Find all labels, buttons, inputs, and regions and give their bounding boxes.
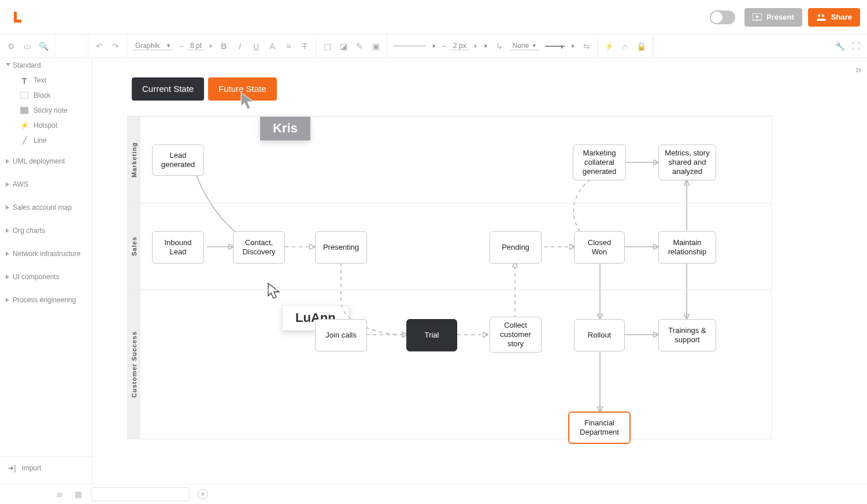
swap-ends-icon[interactable]: ⇆	[581, 41, 592, 51]
sidebar-section-network[interactable]: Network infrastructure	[0, 246, 92, 261]
magnet-icon[interactable]: ∩	[620, 41, 631, 51]
shapes-sidebar: Standard T Text Block Sticky note ⚡ Hots…	[0, 58, 92, 484]
line-icon: ╱	[20, 136, 29, 145]
align-icon[interactable]: ≡	[283, 41, 294, 51]
search-icon[interactable]: 🔍	[38, 41, 49, 51]
shape-item-label: Block	[34, 91, 50, 99]
redo-icon[interactable]: ↷	[110, 41, 121, 51]
canvas[interactable]: » Current State Future State Kris LuAnn	[92, 58, 867, 484]
bolt-icon[interactable]: ⚡	[604, 41, 614, 51]
italic-icon[interactable]: I	[235, 41, 245, 51]
line-end-select[interactable]: None ▼	[510, 42, 539, 50]
minus-icon[interactable]: −	[442, 42, 446, 50]
node-join-calls[interactable]: Join calls	[315, 319, 367, 351]
gear-icon[interactable]: ⚙	[6, 41, 16, 51]
page-bar: ≣ ▦ +	[0, 484, 867, 504]
import-button[interactable]: ➜] Import	[0, 456, 92, 479]
node-presenting[interactable]: Presenting	[315, 231, 367, 264]
hotspot-icon: ⚡	[20, 121, 29, 130]
bold-icon[interactable]: B	[218, 41, 229, 51]
shape-item-line[interactable]: ╱ Line	[0, 133, 92, 148]
lane-customer-success: Customer Success Join calls Trial Collec…	[128, 290, 771, 439]
chevron-down-icon: ▼	[431, 43, 436, 49]
share-button[interactable]: Share	[808, 8, 860, 27]
sidebar-section-standard[interactable]: Standard	[0, 58, 92, 73]
font-family-select[interactable]: Graphik ▼	[133, 42, 173, 50]
shape-item-text[interactable]: T Text	[0, 73, 92, 88]
node-trial[interactable]: Trial	[406, 319, 457, 351]
shape-item-label: Line	[34, 136, 47, 144]
fill-color-icon[interactable]: ◪	[338, 41, 349, 51]
tab-current-state[interactable]: Current State	[132, 77, 204, 101]
plus-icon[interactable]: +	[209, 42, 213, 50]
node-rollout[interactable]: Rollout	[574, 319, 625, 351]
font-size-stepper[interactable]: − 8 pt +	[179, 42, 213, 50]
swimlane-container: Marketing Lead generated Marketing colla…	[127, 116, 772, 439]
image-icon[interactable]: ▭	[22, 41, 32, 51]
chevron-down-icon: ▼	[166, 43, 171, 49]
svg-point-2	[822, 14, 824, 16]
svg-rect-3	[20, 92, 28, 99]
shape-item-block[interactable]: Block	[0, 88, 92, 103]
collapse-right-panel-icon[interactable]: »	[855, 64, 861, 76]
sidebar-section-aws[interactable]: AWS	[0, 177, 92, 192]
line-style-select[interactable]	[393, 46, 425, 46]
text-color-icon[interactable]: A	[267, 41, 277, 51]
node-pending[interactable]: Pending	[490, 231, 542, 264]
present-button[interactable]: Present	[744, 8, 802, 27]
sidebar-section-org[interactable]: Org charts	[0, 223, 92, 238]
sidebar-section-label: Sales account map	[13, 203, 72, 212]
node-maintain-relationship[interactable]: Maintain relationship	[658, 231, 716, 264]
shape-item-sticky[interactable]: Sticky note	[0, 103, 92, 118]
node-marketing-collateral[interactable]: Marketing collateral generated	[573, 144, 626, 180]
eyedropper-icon[interactable]: ✎	[354, 41, 365, 51]
line-end-value: None	[513, 42, 529, 50]
node-collect-story[interactable]: Collect customer story	[490, 317, 542, 353]
shape-item-hotspot[interactable]: ⚡ Hotspot	[0, 118, 92, 133]
svg-rect-4	[20, 107, 28, 114]
sidebar-section-uml[interactable]: UML deployment	[0, 154, 92, 169]
fill-border-icon[interactable]: ▢	[322, 41, 332, 51]
present-label: Present	[766, 13, 794, 21]
import-icon: ➜]	[8, 464, 16, 472]
import-label: Import	[21, 464, 41, 472]
page-tab[interactable]	[91, 487, 190, 501]
lock-icon[interactable]: 🔒	[636, 41, 647, 51]
arrow-start-icon[interactable]	[545, 46, 565, 47]
node-financial-department[interactable]: Financial Department	[568, 412, 631, 444]
list-view-icon[interactable]: ≣	[54, 489, 65, 499]
sidebar-section-process[interactable]: Process engineering	[0, 292, 92, 307]
node-contact-discovery[interactable]: Contact, Discovery	[233, 231, 285, 264]
add-page-button[interactable]: +	[198, 489, 208, 499]
sidebar-section-label: AWS	[13, 180, 28, 188]
node-metrics[interactable]: Metrics, story shared and analyzed	[658, 144, 716, 180]
shape-style-icon[interactable]: ▣	[370, 41, 381, 51]
stroke-width-value: 2 px	[450, 42, 470, 50]
text-icon: T	[20, 76, 29, 85]
presence-toggle[interactable]	[710, 10, 735, 24]
lane-sales: Sales Inbound Lead Contact, Discovery Pr…	[128, 203, 771, 290]
undo-icon[interactable]: ↶	[94, 41, 105, 51]
wrench-icon[interactable]: 🔧	[835, 41, 845, 51]
sidebar-section-uicomp[interactable]: UI components	[0, 269, 92, 284]
minus-icon[interactable]: −	[179, 42, 183, 50]
lane-marketing: Marketing Lead generated Marketing colla…	[128, 116, 771, 203]
grid-view-icon[interactable]: ▦	[73, 489, 83, 499]
sidebar-section-label: UML deployment	[13, 157, 65, 165]
lane-label: Marketing	[128, 117, 140, 203]
underline-icon[interactable]: U	[251, 41, 261, 51]
node-closed-won[interactable]: Closed Won	[574, 231, 625, 264]
sidebar-section-sales-map[interactable]: Sales account map	[0, 200, 92, 215]
sticky-note-icon	[20, 106, 29, 115]
clear-format-icon[interactable]: T	[299, 41, 310, 51]
font-family-value: Graphik	[135, 42, 160, 50]
stroke-width-stepper[interactable]: − 2 px +	[442, 42, 477, 50]
sidebar-section-label: Standard	[13, 61, 41, 69]
plus-icon[interactable]: +	[473, 42, 477, 50]
line-routing-icon[interactable]: ↳	[494, 41, 505, 51]
node-lead-generated[interactable]: Lead generated	[152, 144, 204, 176]
lane-label: Sales	[128, 203, 140, 290]
fullscreen-icon[interactable]: ⛶	[851, 41, 861, 51]
node-trainings-support[interactable]: Trainings & support	[658, 319, 716, 351]
node-inbound-lead[interactable]: Inbound Lead	[152, 231, 204, 264]
